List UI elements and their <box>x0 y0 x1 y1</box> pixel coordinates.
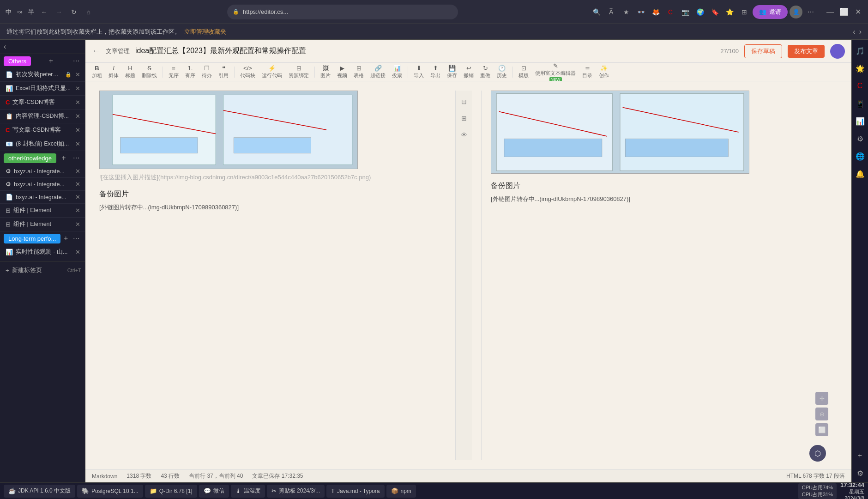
toolbar-template[interactable]: ⊡模版 <box>516 63 531 81</box>
extension-btn-1[interactable]: 👓 <box>634 6 647 18</box>
collapse-icon[interactable]: ‹ <box>4 43 6 51</box>
toolbar-table[interactable]: ⊞表格 <box>351 63 367 81</box>
collections-btn[interactable]: ⭐ <box>723 6 736 18</box>
tab-item[interactable]: ⚙ bxyz.ai - Integrate... ✕ <box>0 165 85 178</box>
invite-button[interactable]: 👥 邀请 <box>753 5 788 19</box>
taskbar-item-npm[interactable]: 📦 npm <box>386 485 416 498</box>
toolbar-undo[interactable]: ↩撤销 <box>461 63 476 81</box>
right-icon-notify[interactable]: 🔔 <box>853 166 868 181</box>
tab-close-btn[interactable]: ✕ <box>74 181 81 188</box>
toolbar-save[interactable]: 💾保存 <box>444 63 460 81</box>
tab-item[interactable]: 📋 内容管理-CSDN博... ✕ <box>0 110 85 123</box>
floating-action-btn[interactable]: ⬡ <box>809 445 826 462</box>
manage-bookmarks-link[interactable]: 立即管理收藏夹 <box>184 28 226 36</box>
toolbar-link[interactable]: 🔗超链接 <box>368 63 388 81</box>
taskbar-item-typora[interactable]: T Java.md - Typora <box>326 485 384 498</box>
extension-btn-2[interactable]: 🦊 <box>649 6 662 18</box>
tab-close-btn[interactable]: ✕ <box>74 140 81 147</box>
toolbar-redo[interactable]: ↻重做 <box>477 63 493 81</box>
right-icon-mobile[interactable]: 📱 <box>853 96 868 111</box>
toolbar-history[interactable]: 🕐历史 <box>494 63 510 81</box>
toolbar-toc[interactable]: ≣目录 <box>579 63 595 81</box>
scroll-zoom-btn[interactable]: ⊕ <box>815 408 828 420</box>
read-aloud-button[interactable]: A⃗ <box>605 6 618 18</box>
toolbar-export[interactable]: ⬆导出 <box>428 63 443 81</box>
toolbar-strikethrough[interactable]: S删除线 <box>139 63 160 81</box>
refresh-button[interactable]: ↻ <box>67 6 80 18</box>
right-icon-star[interactable]: 🌟 <box>853 61 868 76</box>
maximize-button[interactable]: ⬜ <box>838 6 850 18</box>
toolbar-image[interactable]: 🖼图片 <box>318 63 333 81</box>
tab-item[interactable]: ⚙ bxyz.ai - Integrate... ✕ <box>0 178 85 191</box>
toolbar-import[interactable]: ⬇导入 <box>411 63 427 81</box>
taskbar-item-postgres[interactable]: 🐘 PostgreSQL 10.1... <box>77 485 143 498</box>
group-label-knowledge[interactable]: otherKnowledge <box>4 153 56 163</box>
taskbar-item-qdir[interactable]: 📁 Q-Dir 6.78 [1] <box>145 485 197 498</box>
search-button[interactable]: 🔍 <box>590 6 603 18</box>
toolbar-video[interactable]: ▶视频 <box>334 63 350 81</box>
group-menu-longterm[interactable]: ⋯ <box>71 234 81 243</box>
taskbar-item-jdk[interactable]: ☕ JDK API 1.6.0 中文版 <box>4 485 75 498</box>
toolbar-poll[interactable]: 📊投票 <box>389 63 405 81</box>
right-icon-settings[interactable]: ⚙ <box>853 131 868 146</box>
group-menu-others[interactable]: ⋯ <box>71 56 81 66</box>
split-horizontal-btn[interactable]: ⊟ <box>458 95 470 108</box>
tab-close-btn[interactable]: ✕ <box>74 221 81 228</box>
taskbar-item-wechat[interactable]: 💬 微信 <box>199 485 229 498</box>
extension-btn-5[interactable]: 🌍 <box>693 6 706 18</box>
tab-item[interactable]: ⊞ 组件 | Element ✕ <box>0 204 85 218</box>
forward-button[interactable]: → <box>53 6 66 18</box>
toolbar-resource[interactable]: ⊟资源绑定 <box>286 63 312 81</box>
tab-close-btn[interactable]: ✕ <box>74 85 81 92</box>
tab-close-btn[interactable]: ✕ <box>74 71 81 78</box>
preview-toggle-btn[interactable]: 👁 <box>458 128 470 141</box>
sidebar-collapse-btn[interactable]: ‹ <box>0 40 85 54</box>
scroll-fit-btn[interactable]: ⬜ <box>815 423 828 436</box>
group-add-knowledge[interactable]: + <box>60 153 67 163</box>
toolbar-italic[interactable]: I斜体 <box>106 63 121 81</box>
tab-close-btn[interactable]: ✕ <box>74 194 81 201</box>
tab-item[interactable]: ⊞ 组件 | Element ✕ <box>0 218 85 231</box>
info-bar-next[interactable]: › <box>859 28 862 36</box>
editor-back-button[interactable]: ← <box>92 46 100 56</box>
tab-close-btn[interactable]: ✕ <box>74 127 81 134</box>
toolbar-code[interactable]: </>代码块 <box>237 63 258 81</box>
right-icon-chart[interactable]: 📊 <box>853 114 868 128</box>
new-tab-button[interactable]: + 新建标签页 Ctrl+T <box>0 263 85 277</box>
tab-close-btn[interactable]: ✕ <box>74 99 81 106</box>
right-icon-add[interactable]: + <box>853 448 868 463</box>
tab-item[interactable]: 📄 bxyz.ai - Integrate... ✕ <box>0 191 85 204</box>
toolbar-todo[interactable]: ☐待办 <box>199 63 215 81</box>
taskbar-item-humidity[interactable]: 🌡 温湿度 <box>231 485 265 498</box>
tab-close-btn[interactable]: ✕ <box>74 113 81 120</box>
home-button[interactable]: ⌂ <box>82 6 95 18</box>
right-icon-red[interactable]: C <box>853 79 868 93</box>
address-bar[interactable]: 🔒 https://editor.cs... <box>227 5 458 19</box>
toolbar-heading[interactable]: H标题 <box>122 63 138 81</box>
group-add-longterm[interactable]: + <box>62 233 70 243</box>
group-label-others[interactable]: Others <box>4 56 31 66</box>
tab-item[interactable]: 📊 实时性能观测 - 山... ✕ <box>0 245 85 259</box>
extension-btn-4[interactable]: 📷 <box>679 6 692 18</box>
extension-btn-3[interactable]: C <box>664 6 677 18</box>
minimize-button[interactable]: — <box>824 6 837 18</box>
save-draft-button[interactable]: 保存草稿 <box>744 44 782 58</box>
more-menu-button[interactable]: ⋯ <box>804 6 817 18</box>
right-icon-tiktok[interactable]: 🎵 <box>853 43 868 58</box>
right-icon-web[interactable]: 🌐 <box>853 149 868 164</box>
group-menu-knowledge[interactable]: ⋯ <box>71 153 81 163</box>
close-button[interactable]: ✕ <box>851 6 864 18</box>
extension-btn-6[interactable]: 🔖 <box>708 6 721 18</box>
publish-button[interactable]: 发布文章 <box>788 45 825 58</box>
profile-apps-btn[interactable]: ⊞ <box>738 6 751 18</box>
toolbar-ordered[interactable]: 1.有序 <box>182 63 198 81</box>
toolbar-create[interactable]: ✨创作 <box>596 63 612 81</box>
toolbar-run[interactable]: ⚡运行代码 <box>259 63 285 81</box>
back-button[interactable]: ← <box>38 6 51 18</box>
toolbar-rich-editor[interactable]: ✎ 使用富文本编辑器 NEW <box>532 63 579 81</box>
taskbar-item-clipboard[interactable]: ✂ 剪贴板 2024/3/... <box>267 485 325 498</box>
tab-item[interactable]: C 写文章-CSDN博客 ✕ <box>0 123 85 137</box>
group-label-longterm[interactable]: Long-term perfo... <box>4 234 60 243</box>
bookmark-button[interactable]: ★ <box>620 6 633 18</box>
scroll-move-btn[interactable]: ✛ <box>815 392 828 405</box>
